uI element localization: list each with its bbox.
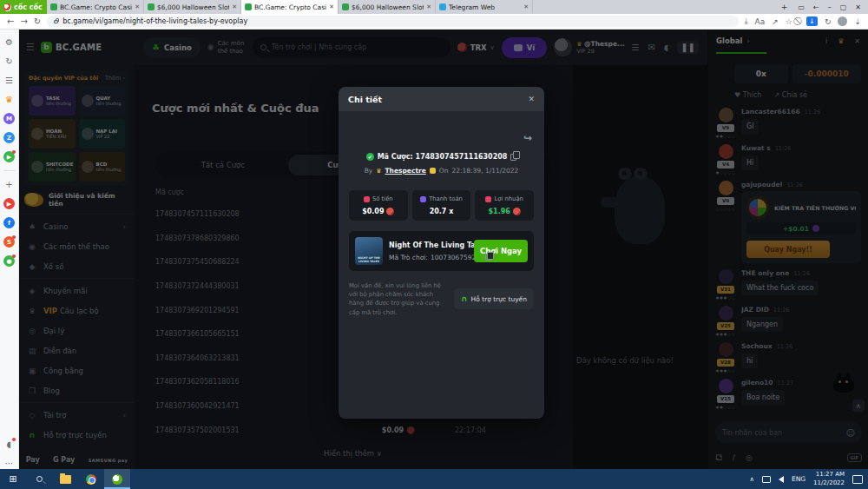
vip-tile[interactable]: QUAYtiền thưởng [79, 86, 126, 116]
file-explorer-icon[interactable] [52, 469, 78, 489]
chrome-icon[interactable] [78, 469, 104, 489]
avatar[interactable] [719, 342, 733, 357]
tab-close-icon[interactable]: ✕ [329, 3, 334, 10]
vip-more-link[interactable]: Thêm › [105, 75, 125, 82]
settings-icon[interactable]: ⚙ [3, 36, 15, 48]
start-button[interactable]: ⊞ [0, 469, 26, 489]
address-bar[interactable]: bc.game/vi/game/night-of-the-living-tale… [47, 16, 738, 27]
back-button[interactable]: ← [7, 17, 14, 26]
message-author[interactable]: Kuwat s [741, 144, 771, 152]
tray-expand-icon[interactable]: ∧ [749, 475, 754, 483]
panel-arrow-icon[interactable]: ← [813, 3, 819, 11]
sidebar-menu-item[interactable]: ▣ Công bằng [19, 360, 135, 380]
sidebar-menu-item[interactable]: ◉ Các môn thể thao [19, 236, 135, 256]
save-page-icon[interactable]: ⤓ [745, 17, 748, 26]
message-author[interactable]: THE only one [741, 269, 789, 277]
vip-tile[interactable]: HOÀNTIỀN XẤU [29, 119, 76, 149]
user-profile[interactable]: ♛ @Thespe... VIP 29 [554, 38, 624, 56]
add-shortcut-icon[interactable]: + [3, 179, 15, 190]
media-popout-icon[interactable]: ▭ [798, 3, 805, 11]
avatar[interactable] [719, 306, 733, 320]
more-icon[interactable]: ⋯ [3, 458, 15, 469]
avatar[interactable] [719, 379, 733, 393]
game-search-input[interactable]: Tên trò chơi | Nhà cung cấp [253, 37, 450, 57]
table-row[interactable]: 1748307357502001531 $0.09 22:17:04 [155, 418, 550, 442]
bell-icon[interactable]: ◖ [664, 43, 668, 52]
taskbar-clock[interactable]: 11:27 AM 11/2/2022 [813, 471, 845, 486]
sidebar-menu-item[interactable]: ▤ Diễn đàn [19, 340, 135, 360]
youtube-icon[interactable]: ▶ [3, 198, 15, 209]
chat-toggle-icon[interactable]: ❚❚ [677, 41, 699, 54]
browser-tab[interactable]: $6,000 Halloween Slot Battl ✕ [339, 0, 436, 14]
tab-close-icon[interactable]: ✕ [426, 3, 431, 10]
sidebar-menu-item[interactable]: ◇ Tài trợ › [19, 405, 135, 425]
chat-channel-tab[interactable]: Global [716, 36, 742, 45]
browser-tab[interactable]: BC.Game: Crypto Casino Gan ✕ [47, 0, 144, 14]
chat-close-icon[interactable]: ✕ [854, 37, 860, 45]
casino-tab[interactable]: ♣ Casino [143, 37, 201, 57]
play-now-button[interactable]: Chơi Ngay [474, 240, 528, 262]
spin-now-button[interactable]: Quay Ngay!! [746, 241, 830, 258]
like-button[interactable]: ♥ Thích [734, 91, 761, 99]
share-button[interactable]: ↗ Chia sẻ [773, 91, 807, 99]
live-support-button[interactable]: ∩ Hỗ trợ trực tuyến [454, 288, 534, 309]
copy-icon[interactable] [485, 254, 491, 261]
mail-icon[interactable]: ✉ [648, 43, 655, 52]
bets-list-icon[interactable]: ☰ [632, 43, 640, 52]
message-author[interactable]: gajupoudel [741, 181, 782, 188]
sidebar-menu-item[interactable]: ◆ Xổ số [19, 256, 135, 276]
rules-icon[interactable]: ◎ [746, 453, 753, 462]
tab-close-icon[interactable]: ✕ [135, 3, 140, 10]
share-icon[interactable]: ↗ [772, 17, 779, 26]
currency-selector[interactable]: TRX ∨ [457, 43, 495, 52]
sidebar-menu-item[interactable]: ♠ Casino › [19, 216, 135, 236]
info-icon[interactable]: i [825, 37, 827, 45]
message-author[interactable]: gileno10 [741, 379, 773, 387]
action-center-icon[interactable] [852, 475, 863, 484]
browser-tab[interactable]: Telegram Web ✕ [436, 0, 533, 14]
chevron-right-icon[interactable]: › [746, 36, 814, 45]
vip-tile[interactable]: NẠP LẠIVIP 22 [79, 119, 126, 149]
tab-close-icon[interactable]: ✕ [232, 3, 237, 10]
copy-icon[interactable] [510, 154, 516, 161]
browser-logo[interactable]: cốc cốc [0, 0, 47, 14]
bet-owner-link[interactable]: Thespectre [385, 167, 426, 175]
trophy-icon[interactable]: ♛ [838, 37, 844, 45]
sidebar-toggle-icon[interactable]: ☰ [26, 42, 35, 53]
avatar[interactable] [719, 269, 733, 284]
shopee-icon[interactable]: S [3, 236, 15, 248]
sidebar-menu-item[interactable]: ∩ Hỗ trợ trực tuyến [19, 425, 135, 445]
history-icon[interactable]: ↻ [3, 56, 15, 67]
reload-button[interactable]: ↻ [34, 17, 41, 26]
network-icon[interactable] [762, 476, 771, 483]
zalo-icon[interactable]: Z [3, 132, 15, 143]
avatar[interactable] [719, 108, 733, 122]
vip-tile[interactable]: BCDtiền thưởng [79, 152, 126, 182]
share-bet-icon[interactable]: ↪ [523, 132, 532, 144]
downloads-icon[interactable]: ⇣ [854, 17, 861, 26]
message-author[interactable]: Lancaster66166 [741, 108, 800, 116]
dice-icon[interactable]: ⚁ [715, 453, 722, 462]
wallet-button[interactable]: Ví [502, 37, 548, 58]
chat-message-input[interactable]: Tin nhắn của bạn ☺ [715, 422, 862, 443]
avatar[interactable] [719, 144, 733, 159]
games-icon[interactable]: ▶ [3, 151, 15, 162]
gif-button[interactable]: GIF [847, 453, 862, 462]
taskbar-search-icon[interactable] [26, 469, 52, 489]
bets-tab[interactable]: Tất cả Cược [158, 155, 288, 175]
forward-button[interactable]: → [20, 17, 27, 26]
lucky-spin-card[interactable]: KIỂM TRA TIỀN THƯỞNG VÒNG QU +$0.01 Quay… [741, 191, 861, 263]
language-indicator[interactable]: ENG [792, 475, 806, 483]
message-author[interactable]: Sochoux [741, 342, 773, 350]
bookmark-icon[interactable]: ☆ [786, 17, 792, 26]
new-tab-button[interactable]: + [777, 0, 791, 14]
vip-tile[interactable]: SHITCODEtiền thưởng [29, 152, 76, 182]
command-icon[interactable]: / [733, 453, 735, 462]
sync-icon[interactable]: ↻ [825, 17, 832, 26]
game-thumbnail[interactable]: NIGHT OF THE LIVING TALES [355, 237, 383, 265]
close-window-button[interactable]: ✕ [855, 3, 861, 11]
crown-icon[interactable]: ♛ [3, 94, 15, 105]
facebook-icon[interactable]: f [3, 217, 15, 228]
scroll-to-bottom-button[interactable]: ∧ [852, 400, 865, 412]
avatar[interactable] [719, 181, 733, 195]
